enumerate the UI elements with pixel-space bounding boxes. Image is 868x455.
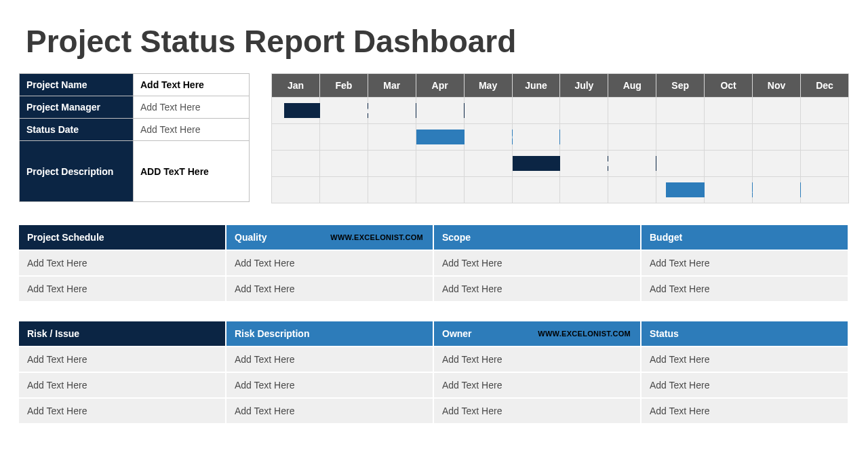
cell-input[interactable]: Add Text Here (434, 251, 642, 277)
project-description-label: Project Description (20, 141, 134, 202)
cell-input[interactable]: Add Text Here (226, 347, 434, 373)
month-header: Dec (800, 74, 848, 98)
col-project-schedule: Project Schedule (19, 225, 226, 251)
month-header: July (560, 74, 608, 98)
col-quality: QualityWWW.EXCELONIST.COM (226, 225, 434, 251)
status-section-table: Project Schedule QualityWWW.EXCELONIST.C… (19, 225, 849, 302)
col-risk-issue: Risk / Issue (19, 321, 226, 347)
cell-input[interactable]: Add Text Here (642, 373, 849, 399)
cell-input[interactable]: Add Text Here (642, 277, 849, 302)
cell-input[interactable]: Add Text Here (434, 277, 642, 302)
cell-input[interactable]: Add Text Here (19, 399, 226, 424)
month-header: Mar (368, 74, 416, 98)
page-title: Project Status Report Dashboard (19, 0, 849, 73)
col-risk-description: Risk Description (226, 321, 434, 347)
col-scope: Scope (434, 225, 642, 251)
col-budget: Budget (642, 225, 849, 251)
project-manager-input[interactable]: Add Text Here (134, 96, 250, 119)
cell-input[interactable]: Add Text Here (434, 347, 642, 373)
cell-input[interactable]: Add Text Here (434, 373, 642, 399)
month-header: Oct (705, 74, 753, 98)
project-info-table: Project Name Add Text Here Project Manag… (19, 73, 250, 202)
cell-input[interactable]: Add Text Here (19, 347, 226, 373)
month-header: Jan (272, 74, 320, 98)
project-description-input[interactable]: ADD TexT Here (134, 141, 250, 202)
gantt-chart: Jan Feb Mar Apr May June July Aug Sep Oc… (271, 73, 849, 203)
cell-input[interactable]: Add Text Here (642, 251, 849, 277)
status-date-input[interactable]: Add Text Here (134, 119, 250, 141)
cell-input[interactable]: Add Text Here (19, 373, 226, 399)
month-header: Feb (319, 74, 368, 98)
col-status: Status (642, 321, 849, 347)
watermark-text: WWW.EXCELONIST.COM (538, 330, 631, 338)
col-owner: OwnerWWW.EXCELONIST.COM (434, 321, 642, 347)
cell-input[interactable]: Add Text Here (226, 399, 434, 424)
project-manager-label: Project Manager (20, 96, 134, 119)
cell-input[interactable]: Add Text Here (642, 399, 849, 424)
cell-input[interactable]: Add Text Here (226, 277, 434, 302)
month-header: June (512, 74, 560, 98)
risk-section-table: Risk / Issue Risk Description OwnerWWW.E… (19, 321, 849, 424)
status-date-label: Status Date (20, 119, 134, 141)
month-header: Apr (416, 74, 464, 98)
project-name-label: Project Name (20, 74, 134, 96)
watermark-text: WWW.EXCELONIST.COM (330, 233, 423, 241)
month-header: Nov (753, 74, 801, 98)
month-header: Sep (656, 74, 705, 98)
project-name-input[interactable]: Add Text Here (134, 74, 250, 96)
cell-input[interactable]: Add Text Here (642, 347, 849, 373)
month-header: May (464, 74, 512, 98)
cell-input[interactable]: Add Text Here (19, 277, 226, 302)
cell-input[interactable]: Add Text Here (226, 373, 434, 399)
cell-input[interactable]: Add Text Here (19, 251, 226, 277)
cell-input[interactable]: Add Text Here (434, 399, 642, 424)
month-header: Aug (608, 74, 656, 98)
cell-input[interactable]: Add Text Here (226, 251, 434, 277)
